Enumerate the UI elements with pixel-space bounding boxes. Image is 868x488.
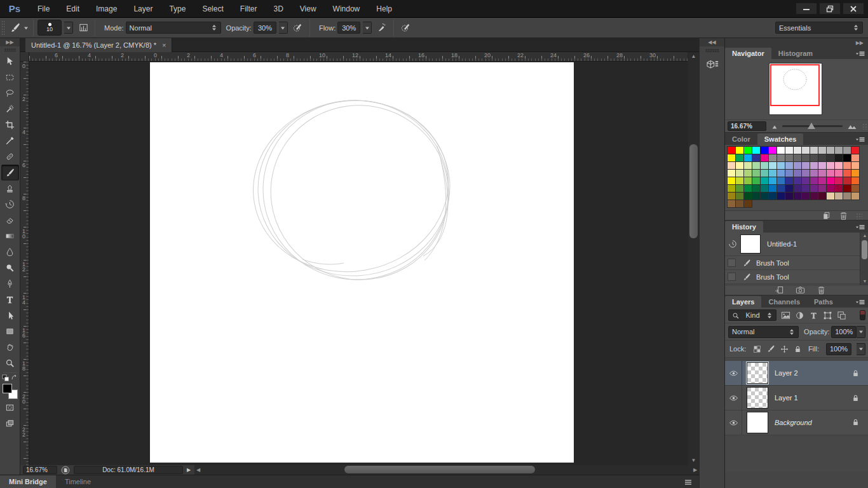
swatch[interactable]	[843, 185, 851, 192]
lasso-tool[interactable]	[1, 85, 19, 101]
swatch[interactable]	[777, 162, 785, 169]
tab-channels[interactable]: Channels	[761, 296, 807, 308]
doc-size-indicator[interactable]: Doc: 61.0M/16.1M	[74, 466, 183, 474]
swatch[interactable]	[818, 170, 826, 177]
menu-item[interactable]: Image	[88, 0, 125, 18]
new-snapshot-icon[interactable]	[796, 285, 805, 295]
swatch[interactable]	[728, 154, 735, 161]
swatch[interactable]	[835, 162, 843, 169]
crop-tool[interactable]	[1, 117, 19, 133]
canvas[interactable]	[150, 62, 574, 463]
swatch[interactable]	[843, 162, 851, 169]
swatch[interactable]	[752, 154, 760, 161]
swatch[interactable]	[818, 162, 826, 169]
lock-position-icon[interactable]	[780, 345, 789, 353]
default-colors-icon[interactable]	[2, 374, 10, 382]
minimize-button[interactable]	[796, 3, 817, 15]
swatch[interactable]	[736, 162, 743, 169]
swatch[interactable]	[744, 185, 752, 192]
swatch[interactable]	[752, 177, 760, 184]
swatch[interactable]	[810, 193, 818, 200]
pen-tool[interactable]	[1, 276, 19, 292]
history-brush-tool[interactable]	[1, 196, 19, 212]
panel-resize-grip[interactable]	[862, 123, 868, 130]
swatch[interactable]	[851, 193, 859, 200]
swatch[interactable]	[785, 147, 793, 154]
navigator-zoom-field[interactable]: 16.67%	[728, 121, 766, 131]
swatch[interactable]	[761, 177, 768, 184]
menu-item[interactable]: Help	[368, 0, 400, 18]
swatch[interactable]	[802, 170, 810, 177]
panel-menu-icon[interactable]	[856, 224, 865, 231]
swatch[interactable]	[851, 177, 859, 184]
Background[interactable]: Background	[725, 410, 868, 435]
horizontal-scrollbar[interactable]: ◀ ▶	[194, 465, 699, 475]
dock-grip[interactable]	[705, 49, 719, 52]
swatch[interactable]	[736, 154, 743, 161]
swatch[interactable]	[736, 177, 743, 184]
swatch[interactable]	[777, 193, 785, 200]
swatch[interactable]	[777, 154, 785, 161]
swatch[interactable]	[761, 193, 768, 200]
filter-smart-objects-icon[interactable]	[837, 311, 846, 320]
swatch[interactable]	[728, 162, 735, 169]
swatch[interactable]	[810, 154, 818, 161]
swatch[interactable]	[827, 185, 834, 192]
opacity-arrow[interactable]	[279, 22, 288, 34]
delete-state-icon[interactable]	[817, 285, 826, 295]
document-tab[interactable]: Untitled-1 @ 16.7% (Layer 2, CMYK/8) * ×	[25, 38, 172, 52]
scroll-right-arrow[interactable]: ▶	[691, 465, 699, 475]
zoom-out-icon[interactable]	[771, 123, 778, 130]
layer-visibility-toggle[interactable]	[725, 386, 742, 410]
pressure-size-icon[interactable]	[398, 21, 413, 35]
tab-navigator[interactable]: Navigator	[725, 48, 771, 59]
swatch[interactable]	[810, 177, 818, 184]
swatch[interactable]	[802, 147, 810, 154]
swatch[interactable]	[777, 170, 785, 177]
zoom-slider-thumb[interactable]	[808, 123, 815, 129]
layer-opacity-arrow[interactable]	[857, 326, 865, 338]
swatch[interactable]	[761, 154, 768, 161]
layer-filter-toggle[interactable]	[860, 310, 865, 320]
layer-fill-field[interactable]: 100%	[826, 343, 851, 355]
airbrush-icon[interactable]	[374, 21, 390, 35]
swatch[interactable]	[827, 170, 834, 177]
swap-colors-icon[interactable]	[11, 374, 18, 382]
panel-menu-icon[interactable]	[856, 50, 865, 57]
history-snapshot[interactable]: Untitled-1	[725, 233, 868, 256]
swatch[interactable]	[785, 162, 793, 169]
history-scroll-thumb[interactable]	[862, 240, 867, 259]
swatch[interactable]	[728, 185, 735, 192]
swatch[interactable]	[827, 177, 834, 184]
navigator-thumbnail[interactable]	[770, 64, 822, 114]
pressure-opacity-icon[interactable]	[290, 21, 306, 35]
swatch[interactable]	[827, 154, 834, 161]
menu-item[interactable]: View	[292, 0, 325, 18]
swatch[interactable]	[794, 147, 801, 154]
filter-adjustment-layers-icon[interactable]	[795, 311, 804, 320]
swatch[interactable]	[835, 193, 843, 200]
scroll-down-arrow[interactable]: ▼	[688, 456, 699, 465]
swatch[interactable]	[818, 193, 826, 200]
dodge-tool[interactable]	[1, 260, 19, 276]
panel-resize-grip[interactable]	[856, 213, 862, 219]
layer-fill-arrow[interactable]	[857, 343, 865, 355]
history-step[interactable]: Brush Tool	[725, 270, 868, 284]
swatch[interactable]	[728, 200, 735, 207]
swatch[interactable]	[843, 147, 851, 154]
filter-shape-layers-icon[interactable]	[823, 311, 832, 320]
flow-arrow[interactable]	[363, 22, 372, 34]
scroll-up-arrow[interactable]: ▲	[860, 233, 868, 239]
swatch[interactable]	[736, 185, 743, 192]
menu-item[interactable]: Type	[161, 0, 194, 18]
layer-thumbnail[interactable]	[747, 412, 768, 433]
toggle-brush-panel-icon[interactable]	[76, 21, 91, 35]
foreground-background-colors[interactable]	[2, 383, 18, 400]
quick-mask-button[interactable]	[1, 400, 19, 416]
swatch[interactable]	[769, 154, 776, 161]
swatch[interactable]	[777, 185, 785, 192]
screen-mode-button[interactable]	[1, 416, 19, 431]
swatch[interactable]	[744, 200, 752, 207]
tab-timeline[interactable]: Timeline	[56, 475, 100, 488]
close-button[interactable]	[843, 3, 864, 15]
